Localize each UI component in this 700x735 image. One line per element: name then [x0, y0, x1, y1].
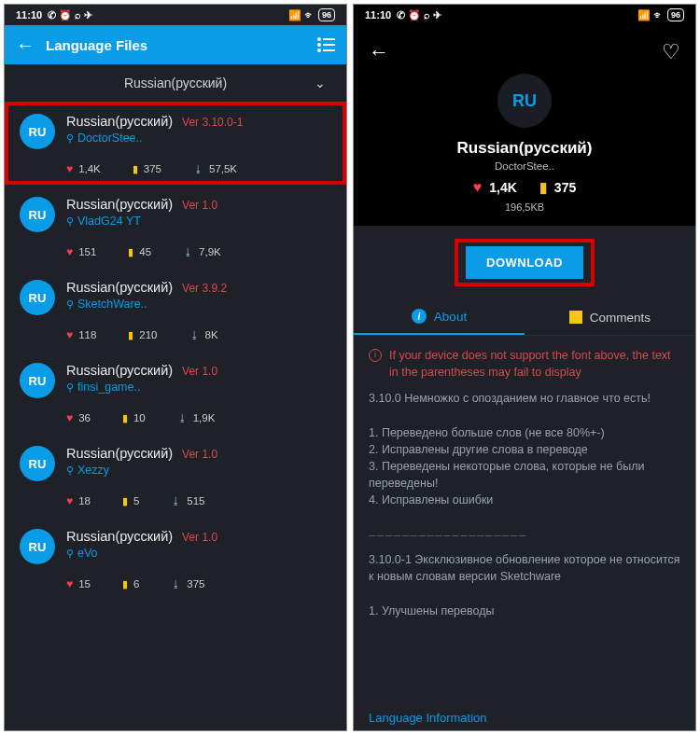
- comment-icon: ▮: [128, 246, 133, 258]
- avatar: RU: [20, 197, 55, 232]
- avatar: RU: [20, 529, 55, 564]
- likes-count: 1,4K: [78, 163, 101, 174]
- likes-count: 118: [78, 329, 96, 340]
- list-item[interactable]: RU Russian(русский) Ver 3.10.0-1 ⚲ Docto…: [5, 102, 346, 185]
- person-icon: ⚲: [66, 132, 74, 145]
- heart-icon: ♥: [66, 162, 73, 175]
- svg-point-4: [318, 49, 320, 51]
- person-icon: ⚲: [66, 381, 74, 394]
- download-icon: ⭳: [189, 329, 200, 340]
- appbar-title: Language Files: [46, 37, 147, 53]
- favorite-icon[interactable]: ♡: [662, 40, 680, 64]
- list-item[interactable]: RU Russian(русский) Ver 3.9.2 ⚲ SketchWa…: [5, 268, 346, 351]
- left-phone-list: 11:10 ✆ ⏰ ⌕ ✈ 📶 ᯤ 96 ← Language Files Ru…: [4, 4, 347, 731]
- item-author: SketchWare..: [77, 298, 147, 311]
- tab-about[interactable]: i About: [354, 299, 525, 335]
- item-version: Ver 1.0: [182, 531, 217, 544]
- svg-point-0: [318, 38, 320, 40]
- heart-icon: ♥: [66, 411, 73, 424]
- likes-count: 36: [78, 412, 91, 423]
- comment-icon: ▮: [122, 495, 128, 507]
- back-icon[interactable]: ←: [16, 35, 35, 56]
- body-line: 1. Переведено больше слов (не все 80%+-): [369, 424, 680, 441]
- back-icon[interactable]: ←: [369, 40, 389, 64]
- list-item[interactable]: RU Russian(русский) Ver 1.0 ⚲ finsi_game…: [5, 351, 346, 434]
- comment-icon: ▮: [128, 329, 133, 341]
- body-line: 3. Переведены некоторые слова, которые н…: [369, 458, 680, 492]
- status-time: 11:10: [365, 9, 391, 21]
- footer-link[interactable]: Language Information: [354, 711, 695, 730]
- likes-count: 151: [78, 246, 96, 257]
- item-title: Russian(русский): [66, 280, 173, 295]
- separator: ___________________: [369, 521, 680, 538]
- heart-icon: ♥: [66, 577, 73, 590]
- item-title: Russian(русский): [66, 446, 173, 461]
- comments-count: 45: [139, 246, 151, 257]
- person-icon: ⚲: [66, 298, 74, 311]
- detail-title: Russian(русский): [457, 139, 593, 158]
- item-author: DoctorStee..: [77, 132, 142, 145]
- person-icon: ⚲: [66, 548, 74, 560]
- warning-icon: i: [369, 349, 382, 362]
- item-version: Ver 1.0: [182, 199, 217, 212]
- item-version: Ver 1.0: [182, 365, 217, 378]
- wifi-icon: 📶 ᯤ: [288, 9, 315, 21]
- download-icon: ⭳: [171, 578, 181, 589]
- download-section: DOWNLOAD: [354, 226, 695, 299]
- right-phone-detail: 11:10 ✆ ⏰ ⌕ ✈ 📶 ᯤ 96 ← ♡ RU Russian(русс…: [353, 4, 696, 731]
- comment-icon: ▮: [539, 179, 547, 196]
- filter-label: Russian(русский): [124, 76, 227, 90]
- avatar: RU: [20, 363, 55, 398]
- comment-icon: ▮: [133, 163, 138, 175]
- comments-count: 6: [133, 578, 139, 589]
- battery-indicator: 96: [318, 8, 335, 21]
- wifi-icon: 📶 ᯤ: [637, 9, 664, 21]
- status-bar: 11:10 ✆ ⏰ ⌕ ✈ 📶 ᯤ 96: [354, 5, 695, 25]
- list-item[interactable]: RU Russian(русский) Ver 1.0 ⚲ VladG24 YT…: [5, 185, 346, 268]
- view-list-icon[interactable]: [316, 37, 335, 52]
- comment-icon: ▮: [122, 578, 128, 590]
- heart-icon: ♥: [66, 245, 73, 258]
- body-line: 3.10.0 Немножко с опозданием но главное …: [369, 390, 680, 407]
- warning-row: i If your device does not support the fo…: [369, 347, 680, 381]
- list-item[interactable]: RU Russian(русский) Ver 1.0 ⚲ eVo ♥15 ▮6…: [5, 517, 346, 600]
- tab-comments[interactable]: Comments: [525, 299, 695, 335]
- download-icon: ⭳: [177, 412, 188, 423]
- download-highlight: DOWNLOAD: [458, 243, 591, 283]
- language-list: RU Russian(русский) Ver 3.10.0-1 ⚲ Docto…: [5, 102, 346, 730]
- status-icons-left: ✆ ⏰ ⌕ ✈: [48, 9, 92, 21]
- language-filter-row[interactable]: Russian(русский) ⌄: [5, 64, 346, 102]
- person-icon: ⚲: [66, 465, 74, 477]
- likes-count: 18: [78, 495, 91, 506]
- avatar: RU: [20, 446, 55, 481]
- comments-count: 210: [139, 329, 157, 340]
- list-item[interactable]: RU Russian(русский) Ver 1.0 ⚲ Xezzy ♥18 …: [5, 434, 346, 517]
- likes-count: 15: [78, 578, 91, 589]
- item-version: Ver 1.0: [182, 448, 217, 461]
- downloads-count: 515: [187, 495, 204, 506]
- comments-count: 5: [133, 495, 139, 506]
- info-icon: i: [412, 309, 427, 324]
- detail-header: ← ♡ RU Russian(русский) DoctorStee.. ♥1,…: [354, 25, 695, 226]
- item-author: Xezzy: [77, 464, 109, 477]
- download-icon: ⭳: [193, 163, 203, 174]
- status-time: 11:10: [16, 9, 42, 21]
- body-line: 4. Исправлены ошибки: [369, 492, 680, 508]
- heart-icon: ♥: [66, 328, 73, 341]
- downloads-count: 57,5K: [209, 163, 237, 174]
- item-version: Ver 3.10.0-1: [182, 116, 243, 129]
- downloads-count: 1,9K: [193, 412, 216, 423]
- item-title: Russian(русский): [66, 114, 173, 129]
- detail-size: 196,5KB: [505, 201, 544, 213]
- heart-icon: ♥: [473, 179, 483, 196]
- status-icons-left: ✆ ⏰ ⌕ ✈: [397, 9, 441, 21]
- tab-comments-label: Comments: [590, 311, 651, 325]
- body-line: 2. Исправлены другие слова в переводе: [369, 441, 680, 458]
- tab-about-label: About: [434, 310, 467, 324]
- downloads-count: 7,9K: [199, 246, 221, 257]
- download-button[interactable]: DOWNLOAD: [466, 246, 583, 279]
- item-author: eVo: [77, 547, 98, 560]
- avatar: RU: [20, 114, 55, 149]
- detail-avatar: RU: [497, 74, 552, 128]
- detail-tabs: i About Comments: [354, 299, 695, 336]
